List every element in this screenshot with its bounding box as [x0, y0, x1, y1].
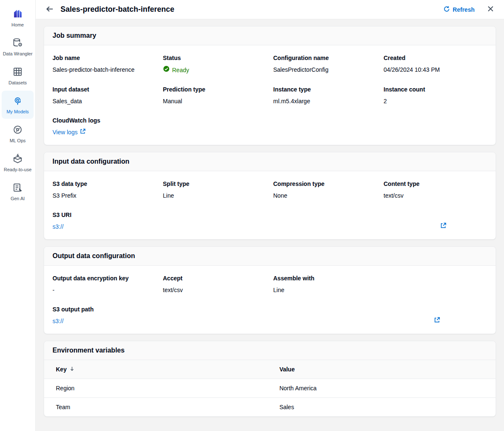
field-label: Job name [52, 54, 156, 62]
field-instance-count: Instance count 2 [383, 85, 487, 105]
table-row: Team Sales [44, 398, 496, 417]
card-header: Job summary [44, 26, 496, 45]
link-text: View logs [52, 128, 78, 136]
link-text: s3:// [52, 222, 63, 231]
datasets-icon [12, 66, 23, 77]
field-value: text/csv [163, 286, 267, 294]
s3-uri-link[interactable]: s3:// [52, 222, 63, 231]
field-label: Output data encryption key [52, 274, 156, 282]
card-title: Output data configuration [52, 252, 487, 260]
sidebar-item-label: Home [11, 22, 24, 28]
sidebar-item-label: Datasets [8, 80, 26, 86]
job-summary-fields: Job name Sales-predictor-batch-inference… [52, 54, 487, 105]
card-header: Input data configuration [44, 152, 496, 171]
field-value: Line [273, 286, 377, 294]
sidebar: Home Data Wrangler Datase [0, 0, 36, 431]
s3-output-path-link[interactable]: s3:// [52, 317, 63, 325]
card-title: Input data configuration [52, 158, 487, 165]
field-label: S3 URI [52, 211, 71, 219]
environment-variables-card: Environment variables Key [44, 341, 496, 417]
card-body: Output data encryption key - Accept text… [44, 266, 496, 334]
sidebar-item-label: Data Wrangler [3, 51, 33, 57]
column-header-key[interactable]: Key [44, 360, 268, 379]
refresh-icon [444, 6, 450, 13]
field-label: Input dataset [52, 85, 156, 94]
field-label: Instance type [273, 85, 377, 94]
table-row: Region North America [44, 379, 496, 398]
output-data-configuration-card: Output data configuration Output data en… [44, 246, 496, 334]
back-button[interactable] [45, 4, 55, 15]
field-label: Compression type [273, 180, 377, 188]
job-summary-card: Job summary Job name Sales-predictor-bat… [44, 26, 496, 145]
field-assemble-with: Assemble with Line [273, 274, 377, 294]
arrow-left-icon [46, 5, 54, 14]
cell-value: Sales [268, 398, 496, 417]
field-label: Configuration name [273, 54, 377, 62]
ready-to-use-icon [12, 153, 23, 164]
card-title: Environment variables [52, 347, 487, 354]
sidebar-item-my-models[interactable]: My Models [2, 91, 34, 119]
sidebar-item-data-wrangler[interactable]: Data Wrangler [2, 33, 34, 61]
card-body: Job name Sales-predictor-batch-inference… [44, 45, 496, 145]
column-label: Key [56, 366, 67, 373]
canvas-logo-icon [12, 8, 24, 19]
field-compression-type: Compression type None [273, 180, 377, 200]
field-s3-output-path: S3 output path s3:// [52, 305, 487, 325]
output-data-fields: Output data encryption key - Accept text… [52, 274, 487, 294]
input-data-configuration-card: Input data configuration S3 data type S3… [44, 152, 496, 240]
field-label: Status [163, 54, 267, 62]
topbar-actions: Refresh [444, 5, 495, 14]
sidebar-item-label: Gen AI [10, 196, 25, 201]
open-s3-output-path-button[interactable] [433, 316, 441, 325]
sidebar-item-ready-to-use[interactable]: Ready-to-use [2, 149, 34, 177]
status-text: Ready [172, 66, 189, 74]
field-configuration-name: Configuration name SalesPredictorConfig [273, 54, 377, 74]
sidebar-item-ml-ops[interactable]: ML Ops [2, 120, 34, 148]
sidebar-item-home[interactable]: Home [2, 3, 34, 32]
refresh-button[interactable]: Refresh [444, 6, 475, 13]
card-header: Output data configuration [44, 247, 496, 266]
column-label: Value [279, 366, 295, 373]
sidebar-item-gen-ai[interactable]: Gen AI [2, 178, 34, 206]
field-content-type: Content type text/csv [383, 180, 487, 200]
field-value: ml.m5.4xlarge [273, 97, 377, 105]
success-check-icon [163, 65, 170, 74]
view-logs-link[interactable]: View logs [52, 128, 86, 136]
field-value: Sales_data [52, 97, 156, 105]
column-header-value: Value [268, 360, 496, 379]
field-value: Line [163, 191, 267, 200]
input-data-fields: S3 data type S3 Prefix Split type Line C… [52, 180, 487, 200]
table-header-row: Key Value [44, 360, 496, 379]
page-header: Sales-predictor-batch-inference Refresh [36, 0, 504, 19]
field-job-name: Job name Sales-predictor-batch-inference [52, 54, 156, 74]
card-header: Environment variables [44, 341, 496, 360]
close-button[interactable] [486, 5, 495, 14]
field-status: Status Ready [163, 54, 267, 74]
field-label: S3 data type [52, 180, 156, 188]
field-label: Instance count [383, 85, 487, 94]
sort-descending-icon [69, 366, 75, 373]
field-value: Manual [163, 97, 267, 105]
external-link-icon [440, 222, 446, 230]
gen-ai-icon [12, 182, 23, 193]
field-label: Split type [163, 180, 267, 188]
cell-value: North America [268, 379, 496, 398]
field-label: S3 output path [52, 305, 94, 313]
field-output-data-encryption-key: Output data encryption key - [52, 274, 156, 294]
sidebar-item-datasets[interactable]: Datasets [2, 62, 34, 90]
status-badge: Ready [163, 65, 267, 74]
field-instance-type: Instance type ml.m5.4xlarge [273, 85, 377, 105]
field-label: Created [383, 54, 487, 62]
environment-variables-table: Key Value [44, 360, 496, 416]
field-label: CloudWatch logs [52, 116, 487, 125]
ml-ops-icon [12, 124, 23, 135]
refresh-label: Refresh [453, 6, 475, 13]
card-body: S3 data type S3 Prefix Split type Line C… [44, 171, 496, 239]
open-s3-uri-button[interactable] [439, 222, 447, 231]
field-value: S3 Prefix [52, 191, 156, 200]
close-icon [487, 5, 494, 13]
field-cloudwatch-logs: CloudWatch logs View logs [52, 116, 487, 136]
field-prediction-type: Prediction type Manual [163, 85, 267, 105]
link-text: s3:// [52, 317, 63, 325]
field-value: None [273, 191, 377, 200]
